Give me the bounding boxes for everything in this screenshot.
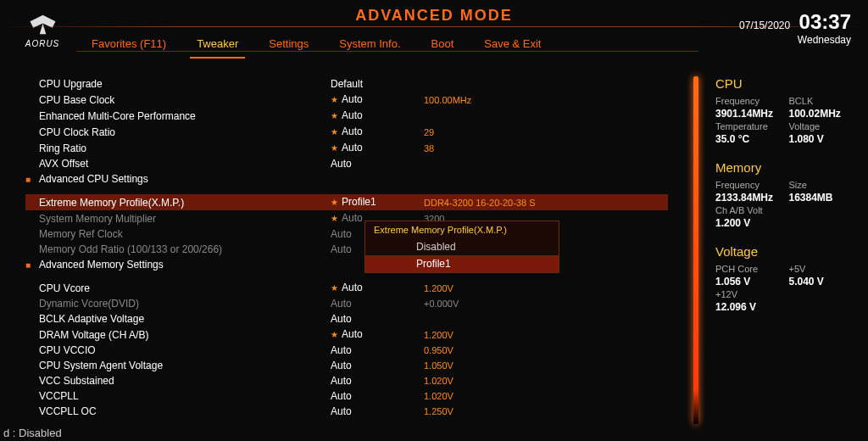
setting-value: Auto (331, 388, 424, 404)
side-val: 35.0 °C (715, 133, 782, 145)
side-memory: Memory Frequency Size 2133.84MHz 16384MB… (715, 160, 855, 229)
brand-logo: AORUS (13, 12, 72, 48)
setting-row[interactable]: VCC SubstainedAuto1.020V (25, 373, 668, 388)
setting-value: Auto (331, 358, 424, 373)
setting-readout: 0.950V (424, 343, 559, 358)
setting-label: Dynamic Vcore(DVID) (25, 296, 331, 311)
star-icon: ★ (331, 111, 338, 120)
setting-label: CPU VCCIO (25, 343, 331, 358)
setting-row[interactable]: Extreme Memory Profile(X.M.P.)★Profile1D… (25, 194, 668, 210)
side-val: 16384MB (789, 192, 856, 204)
side-label: Temperature (715, 121, 782, 131)
side-label: +5V (789, 264, 856, 274)
side-volt-title: Voltage (715, 244, 855, 259)
setting-row[interactable]: Memory Odd Ratio (100/133 or 200/266)Aut… (25, 242, 668, 257)
setting-row[interactable]: Dynamic Vcore(DVID)Auto+0.000V (25, 296, 668, 311)
setting-value: ★Profile1 (331, 194, 424, 210)
setting-value: Auto (331, 343, 424, 358)
setting-value: Auto (331, 296, 424, 311)
setting-row[interactable]: CPU Clock Ratio★Auto29 (25, 124, 668, 140)
setting-label: CPU Vcore (25, 281, 331, 296)
setting-label: Extreme Memory Profile(X.M.P.) (25, 195, 331, 210)
submenu-marker-icon: ■ (25, 258, 34, 273)
setting-row[interactable]: VCCPLLAuto1.020V (25, 388, 668, 404)
dropdown-option[interactable]: Disabled (365, 238, 559, 255)
setting-readout: 38 (424, 141, 559, 156)
setting-row[interactable]: CPU UpgradeDefault (25, 76, 668, 92)
side-val: 1.056 V (715, 276, 782, 287)
setting-label: Memory Odd Ratio (100/133 or 200/266) (25, 242, 331, 257)
side-val: 12.096 V (715, 301, 782, 313)
setting-row[interactable]: AVX OffsetAuto (25, 156, 668, 171)
setting-row[interactable]: Ring Ratio★Auto38 (25, 140, 668, 156)
side-voltage: Voltage PCH Core +5V 1.056 V 5.040 V +12… (715, 244, 855, 313)
setting-value: Default (331, 76, 424, 92)
setting-value: ★Auto (331, 140, 424, 156)
setting-row[interactable]: System Memory Multiplier★Auto3200 (25, 210, 668, 226)
setting-label: CPU Clock Ratio (25, 125, 331, 140)
star-icon: ★ (331, 95, 338, 104)
setting-value: ★Auto (331, 124, 424, 140)
setting-row[interactable]: DRAM Voltage (CH A/B)★Auto1.200V (25, 327, 668, 343)
side-label: Ch A/B Volt (715, 205, 782, 215)
setting-readout: 1.020V (424, 373, 559, 388)
clock: 07/15/2020 03:37 Wednesday (739, 10, 851, 46)
setting-value: Auto (331, 373, 424, 388)
setting-readout: 1.200V (424, 281, 559, 296)
setting-label: Memory Ref Clock (25, 226, 331, 242)
side-val: 1.080 V (789, 133, 856, 145)
setting-row[interactable]: CPU System Agent VoltageAuto1.050V (25, 358, 668, 373)
star-icon: ★ (331, 330, 338, 339)
setting-label: Enhanced Multi-Core Performance (25, 109, 331, 124)
clock-date: 07/15/2020 (739, 20, 790, 31)
setting-row[interactable]: CPU Base Clock★Auto100.00MHz (25, 92, 668, 108)
mode-title: ADVANCED MODE (330, 7, 538, 25)
setting-row[interactable]: BCLK Adaptive VoltageAuto (25, 311, 668, 327)
star-icon: ★ (331, 143, 338, 153)
side-label: Voltage (789, 121, 856, 131)
setting-row[interactable]: VCCPLL OCAuto1.250V (25, 404, 668, 419)
setting-value: Auto (331, 156, 424, 171)
xmp-dropdown[interactable]: Extreme Memory Profile(X.M.P.) DisabledP… (364, 220, 559, 273)
header: AORUS ADVANCED MODE 07/15/2020 03:37 Wed… (0, 0, 868, 59)
setting-row[interactable]: CPU VCCIOAuto0.950V (25, 343, 668, 358)
side-val: 1.200 V (715, 217, 782, 229)
setting-label: AVX Offset (25, 156, 331, 171)
side-panel: CPU Frequency BCLK 3901.14MHz 100.02MHz … (715, 76, 855, 424)
setting-label: CPU System Agent Voltage (25, 358, 331, 373)
side-label: Frequency (715, 96, 782, 106)
clock-day: Wednesday (739, 34, 851, 46)
footer-status: d : Disabled (3, 427, 62, 439)
setting-readout: DDR4-3200 16-20-20-38 S (424, 195, 559, 210)
setting-readout: 100.00MHz (424, 92, 559, 108)
setting-label: ■Advanced CPU Settings (25, 171, 331, 187)
side-label: PCH Core (715, 264, 782, 274)
side-label: Frequency (715, 180, 782, 190)
dropdown-option[interactable]: Profile1 (365, 255, 559, 272)
title-underline (0, 26, 868, 27)
setting-row[interactable]: Enhanced Multi-Core Performance★Auto (25, 108, 668, 124)
side-cpu-title: CPU (715, 76, 855, 91)
tabs-underline (76, 51, 698, 52)
setting-value: ★Auto (331, 280, 424, 296)
submenu-marker-icon: ■ (25, 172, 34, 187)
eagle-icon (24, 12, 62, 37)
setting-row[interactable]: ■Advanced CPU Settings (25, 171, 668, 187)
divider-bar (693, 76, 698, 424)
side-val: 100.02MHz (789, 108, 856, 120)
side-val: 2133.84MHz (715, 192, 782, 204)
setting-label: DRAM Voltage (CH A/B) (25, 327, 331, 343)
setting-value: ★Auto (331, 92, 424, 108)
setting-row[interactable]: ■Advanced Memory Settings (25, 257, 668, 273)
setting-value: Auto (331, 311, 424, 327)
setting-readout: 1.250V (424, 404, 559, 419)
side-label: +12V (715, 289, 782, 299)
settings-list: CPU UpgradeDefaultCPU Base Clock★Auto100… (25, 76, 676, 424)
setting-value: Auto (331, 404, 424, 419)
setting-row[interactable]: Memory Ref ClockAuto (25, 226, 668, 242)
setting-label: ■Advanced Memory Settings (25, 257, 331, 273)
star-icon: ★ (331, 214, 338, 223)
setting-row[interactable]: CPU Vcore★Auto1.200V (25, 280, 668, 296)
setting-label: CPU Upgrade (25, 76, 331, 92)
star-icon: ★ (331, 127, 338, 137)
